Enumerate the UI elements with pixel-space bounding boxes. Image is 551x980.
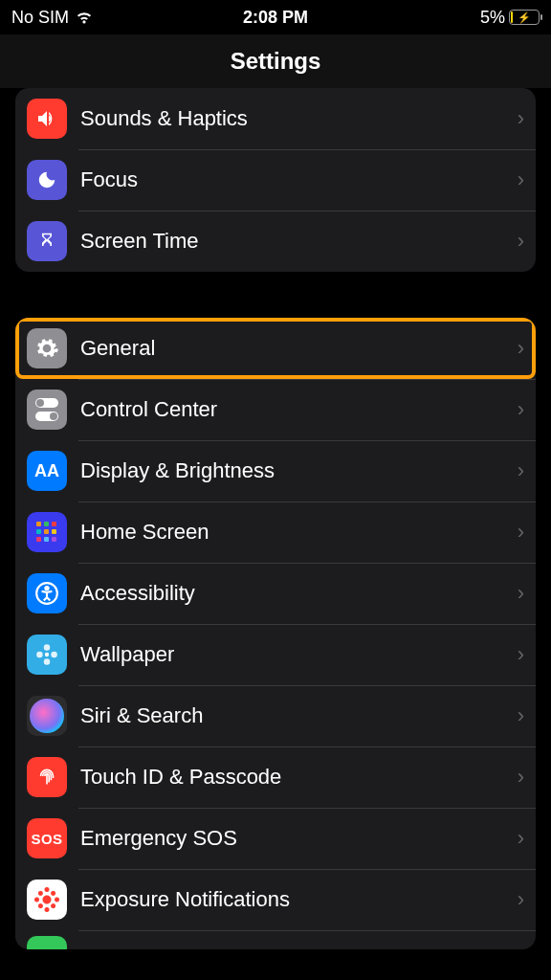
accessibility-icon (27, 573, 67, 613)
row-control-center[interactable]: Control Center › (15, 379, 536, 440)
battery-icon: ⚡ (509, 10, 540, 25)
svg-point-11 (45, 587, 48, 590)
svg-rect-7 (36, 537, 41, 542)
chevron-right-icon: › (518, 581, 524, 606)
hourglass-icon (27, 221, 67, 261)
svg-point-12 (45, 653, 49, 657)
row-label: Screen Time (80, 229, 518, 254)
home-grid-icon (27, 512, 67, 552)
chevron-right-icon: › (518, 887, 524, 912)
siri-icon (27, 696, 67, 736)
page-title: Settings (231, 48, 321, 75)
fingerprint-icon (27, 757, 67, 797)
sos-text: SOS (31, 831, 62, 847)
svg-rect-2 (44, 522, 49, 526)
row-label: General (80, 336, 518, 361)
row-label: Exposure Notifications (80, 887, 518, 912)
moon-icon (27, 160, 67, 200)
row-label: Wallpaper (80, 642, 518, 667)
chevron-right-icon: › (518, 167, 524, 192)
row-home-screen[interactable]: Home Screen › (15, 501, 536, 563)
row-label: Display & Brightness (80, 458, 518, 483)
battery-percent: 5% (480, 8, 505, 28)
row-touch-id[interactable]: Touch ID & Passcode › (15, 746, 536, 808)
chevron-right-icon: › (518, 106, 524, 131)
chevron-right-icon: › (518, 520, 524, 545)
svg-rect-4 (36, 529, 41, 534)
svg-rect-8 (44, 537, 49, 542)
chevron-right-icon: › (518, 336, 524, 361)
row-focus[interactable]: Focus › (15, 149, 536, 211)
gear-icon (27, 328, 67, 368)
row-label: Siri & Search (80, 703, 518, 728)
row-siri-search[interactable]: Siri & Search › (15, 685, 536, 746)
chevron-right-icon: › (518, 826, 524, 851)
flower-icon (27, 635, 67, 675)
settings-content: Sounds & Haptics › Focus › Screen Time ›… (0, 88, 551, 949)
svg-rect-1 (36, 522, 41, 526)
row-accessibility[interactable]: Accessibility › (15, 563, 536, 624)
status-time: 2:08 PM (243, 8, 308, 28)
chevron-right-icon: › (518, 458, 524, 483)
row-screen-time[interactable]: Screen Time › (15, 211, 536, 272)
row-exposure-notifications[interactable]: Exposure Notifications › (15, 869, 536, 930)
wifi-icon (75, 10, 94, 25)
sos-icon: SOS (27, 818, 67, 858)
switches-icon (27, 390, 67, 430)
settings-group-1: Sounds & Haptics › Focus › Screen Time › (15, 88, 536, 272)
row-label: Focus (80, 167, 518, 192)
svg-rect-9 (52, 537, 56, 542)
carrier-text: No SIM (11, 8, 69, 28)
partial-icon (27, 936, 67, 949)
row-label: Accessibility (80, 581, 518, 606)
row-label: Sounds & Haptics (80, 106, 518, 131)
row-label: Emergency SOS (80, 826, 518, 851)
row-sounds-haptics[interactable]: Sounds & Haptics › (15, 88, 536, 149)
svg-rect-6 (52, 529, 56, 534)
status-right: 5% ⚡ (480, 8, 540, 28)
svg-rect-3 (52, 522, 56, 526)
status-bar: No SIM 2:08 PM 5% ⚡ (0, 0, 551, 34)
row-emergency-sos[interactable]: SOS Emergency SOS › (15, 808, 536, 869)
svg-rect-5 (44, 529, 49, 534)
speaker-icon (27, 99, 67, 139)
exposure-icon (27, 880, 67, 920)
row-wallpaper[interactable]: Wallpaper › (15, 624, 536, 685)
row-display-brightness[interactable]: AA Display & Brightness › (15, 440, 536, 501)
row-label: Control Center (80, 397, 518, 422)
row-general[interactable]: General › (15, 318, 536, 379)
status-left: No SIM (11, 8, 94, 28)
chevron-right-icon: › (518, 765, 524, 790)
row-label: Home Screen (80, 520, 518, 545)
chevron-right-icon: › (518, 642, 524, 667)
row-label: Touch ID & Passcode (80, 765, 518, 790)
text-size-icon: AA (27, 451, 67, 491)
settings-group-2: General › Control Center › AA Display & … (15, 318, 536, 949)
chevron-right-icon: › (518, 397, 524, 422)
row-next-partial[interactable] (15, 930, 536, 949)
chevron-right-icon: › (518, 703, 524, 728)
aa-text: AA (34, 461, 59, 481)
chevron-right-icon: › (518, 229, 524, 254)
page-header: Settings (0, 34, 551, 88)
